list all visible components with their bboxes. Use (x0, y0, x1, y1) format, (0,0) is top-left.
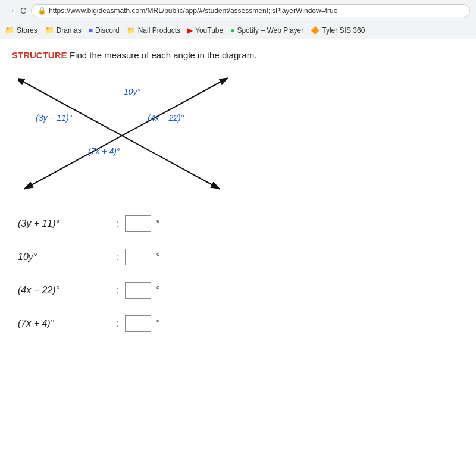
folder-icon: 📁 (5, 26, 14, 35)
answer-row-4x22: (4x − 22)° : ° (18, 282, 458, 299)
label-10y: 10y° (124, 87, 140, 96)
label-4x22: (4x − 22)° (148, 113, 184, 123)
bookmark-tyler-label: Tyler SIS 360 (322, 26, 365, 35)
spotify-icon: ● (230, 26, 234, 35)
answer-input-4x22[interactable] (125, 282, 151, 299)
bookmark-discord[interactable]: ■ Discord (89, 26, 120, 35)
answer-label-7x4: (7x + 4)° (18, 318, 113, 329)
bookmark-spotify-label: Spotify – Web Player (237, 26, 303, 35)
page-content: STRUCTURE Find the measure of each angle… (0, 39, 476, 476)
problem-header: STRUCTURE Find the measure of each angle… (12, 50, 464, 61)
bookmark-spotify[interactable]: ● Spotify – Web Player (230, 26, 303, 35)
bookmark-stores[interactable]: 📁 Stores (5, 26, 37, 35)
colon-3: : (117, 285, 119, 296)
answer-label-3y11: (3y + 11)° (18, 218, 113, 229)
bookmark-dramas[interactable]: 📁 Dramas (45, 26, 82, 35)
browser-bar: → C 🔒 https://www.bigideasmath.com/MRL/p… (0, 0, 476, 21)
discord-icon: ■ (89, 26, 93, 35)
answer-input-7x4[interactable] (125, 315, 151, 332)
bookmark-discord-label: Discord (95, 26, 120, 35)
answer-section: (3y + 11)° : ° 10y° : ° (4x − 22)° : ° (… (12, 215, 464, 332)
url-text: https://www.bigideasmath.com/MRL/public/… (49, 7, 337, 15)
bookmark-nail-label: Nail Products (138, 26, 180, 35)
bookmarks-bar: 📁 Stores 📁 Dramas ■ Discord 📁 Nail Produ… (0, 21, 476, 39)
colon-2: : (117, 252, 119, 262)
folder-icon: 📁 (45, 26, 54, 35)
bookmark-stores-label: Stores (17, 26, 37, 35)
answer-row-10y: 10y° : ° (18, 249, 458, 265)
bookmark-dramas-label: Dramas (57, 26, 82, 35)
degree-1: ° (156, 218, 159, 229)
address-bar[interactable]: 🔒 https://www.bigideasmath.com/MRL/publi… (31, 4, 470, 17)
degree-4: ° (156, 318, 159, 329)
tyler-icon: 🔶 (311, 26, 320, 35)
nav-forward-icon[interactable]: → (6, 5, 15, 16)
bookmark-nail-products[interactable]: 📁 Nail Products (127, 26, 180, 35)
label-3y11: (3y + 11)° (36, 113, 72, 123)
degree-3: ° (156, 285, 159, 296)
bookmark-tyler[interactable]: 🔶 Tyler SIS 360 (311, 26, 365, 35)
bookmark-youtube[interactable]: ▶ YouTube (187, 26, 223, 35)
diagram-container: 10y° (3y + 11)° (4x − 22)° (7x + 4)° (18, 70, 244, 201)
youtube-icon: ▶ (187, 26, 193, 35)
answer-row-3y11: (3y + 11)° : ° (18, 215, 458, 232)
reload-icon[interactable]: C (20, 6, 26, 15)
colon-1: : (117, 218, 119, 229)
problem-description: Find the measure of each angle in the di… (70, 50, 256, 60)
folder-icon: 📁 (127, 26, 136, 35)
degree-2: ° (156, 252, 159, 262)
answer-row-7x4: (7x + 4)° : ° (18, 315, 458, 332)
answer-label-4x22: (4x − 22)° (18, 285, 113, 296)
structure-label: STRUCTURE (12, 50, 67, 60)
label-7x4: (7x + 4)° (88, 146, 120, 156)
answer-label-10y: 10y° (18, 252, 113, 262)
answer-input-3y11[interactable] (125, 215, 151, 232)
bookmark-youtube-label: YouTube (195, 26, 223, 35)
colon-4: : (117, 318, 119, 329)
answer-input-10y[interactable] (125, 249, 151, 265)
lock-icon: 🔒 (37, 7, 46, 15)
